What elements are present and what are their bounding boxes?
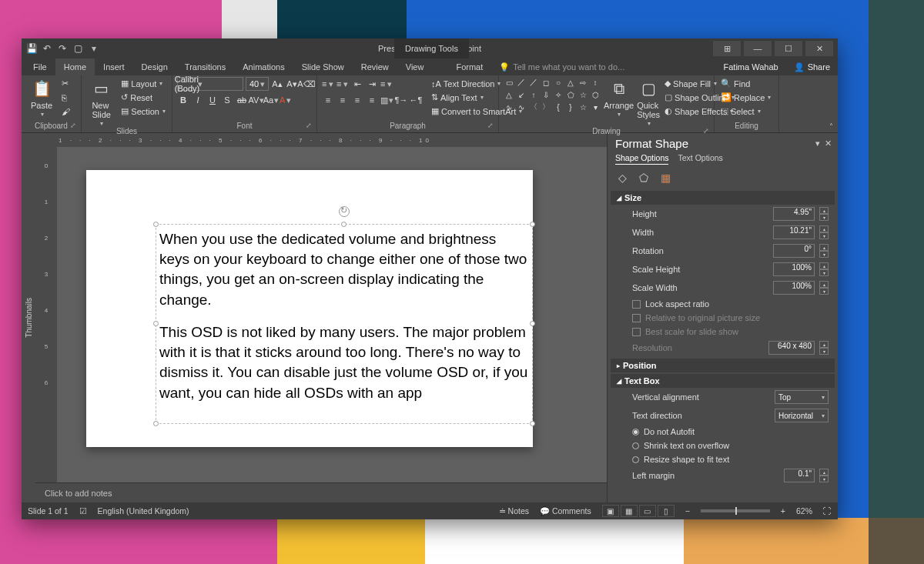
- quick-styles-button[interactable]: ▢ Quick Styles▾: [637, 77, 660, 127]
- tab-review[interactable]: Review: [353, 58, 397, 75]
- indent-button[interactable]: ⇥: [366, 78, 378, 90]
- autofit-shrink-radio[interactable]: [632, 442, 639, 449]
- height-input[interactable]: 4.95": [773, 207, 815, 221]
- text-direction-combo[interactable]: Horizontal▾: [775, 409, 829, 422]
- spin-up[interactable]: ▴: [819, 207, 829, 214]
- width-input[interactable]: 10.21": [773, 225, 815, 239]
- resize-handle[interactable]: [153, 421, 159, 426]
- drawing-launcher-icon[interactable]: ⤢: [703, 127, 709, 135]
- font-color-button[interactable]: A▾: [280, 94, 292, 106]
- paste-button[interactable]: 📋 Paste▾: [26, 77, 57, 118]
- align-left-button[interactable]: ≡: [322, 94, 334, 106]
- shadow-button[interactable]: S: [221, 94, 233, 106]
- resize-handle[interactable]: [153, 222, 159, 227]
- strike-button[interactable]: ab: [236, 94, 248, 106]
- slide[interactable]: When you use the dedicated volume and br…: [86, 170, 533, 447]
- size-properties-icon[interactable]: ▦: [658, 171, 672, 185]
- resize-handle[interactable]: [530, 321, 535, 326]
- textbox-section[interactable]: ◢Text Box: [611, 374, 835, 388]
- resize-handle[interactable]: [530, 421, 535, 426]
- position-section[interactable]: ▸Position: [611, 359, 835, 372]
- justify-button[interactable]: ≡: [366, 94, 378, 106]
- lock-aspect-checkbox[interactable]: [632, 300, 641, 309]
- font-launcher-icon[interactable]: ⤢: [306, 122, 312, 129]
- case-button[interactable]: Aa▾: [265, 94, 277, 106]
- text-options-tab[interactable]: Text Options: [678, 153, 722, 165]
- thumbnails-rail[interactable]: Thumbnails: [22, 133, 35, 502]
- zoom-slider[interactable]: [701, 509, 770, 512]
- zoom-value[interactable]: 62%: [796, 506, 812, 516]
- resize-handle[interactable]: [341, 222, 346, 227]
- fit-window-icon[interactable]: ⛶: [823, 506, 832, 516]
- font-size-combo[interactable]: 40▾: [246, 77, 269, 91]
- find-button[interactable]: 🔍Find: [719, 77, 772, 90]
- valign-combo[interactable]: Top▾: [775, 390, 829, 404]
- fill-line-icon[interactable]: ◇: [615, 171, 629, 185]
- ltr-button[interactable]: ¶→: [395, 94, 407, 106]
- align-right-button[interactable]: ≡: [351, 94, 363, 106]
- layout-button[interactable]: ▦Layout▾: [119, 77, 167, 90]
- tab-design[interactable]: Design: [133, 58, 176, 75]
- section-button[interactable]: ▤Section▾: [119, 105, 167, 118]
- font-name-combo[interactable]: Calibri (Body)▾: [177, 77, 243, 91]
- cut-button[interactable]: ✂: [60, 77, 72, 90]
- effects-icon[interactable]: ⬠: [637, 171, 651, 185]
- zoom-out-icon[interactable]: −: [685, 506, 690, 516]
- save-icon[interactable]: 💾: [26, 43, 37, 54]
- maximize-icon[interactable]: ☐: [775, 41, 802, 56]
- line-spacing-button[interactable]: ≡▾: [380, 78, 393, 90]
- spellcheck-icon[interactable]: ☑: [79, 506, 87, 516]
- qat-dropdown-icon[interactable]: ▾: [89, 43, 99, 54]
- slide-canvas[interactable]: When you use the dedicated volume and br…: [57, 147, 607, 482]
- collapse-ribbon-icon[interactable]: ˄: [829, 122, 833, 131]
- share-button[interactable]: 👤 Share: [786, 58, 838, 75]
- user-name[interactable]: Fatima Wahab: [716, 58, 786, 75]
- comments-toggle[interactable]: 💬 Comments: [540, 506, 591, 516]
- paragraph-launcher-icon[interactable]: ⤢: [487, 122, 494, 129]
- shape-options-tab[interactable]: Shape Options: [615, 153, 668, 165]
- shrink-font-icon[interactable]: A▾: [286, 78, 298, 90]
- redo-icon[interactable]: ↷: [57, 43, 68, 54]
- sorter-view-icon[interactable]: ▦: [621, 505, 638, 517]
- arrange-button[interactable]: ⧉ Arrange▾: [604, 77, 634, 118]
- slide-count[interactable]: Slide 1 of 1: [28, 506, 69, 516]
- underline-button[interactable]: U: [206, 94, 219, 106]
- tab-file[interactable]: File: [25, 58, 55, 75]
- reset-button[interactable]: ↺Reset: [119, 91, 167, 104]
- numbering-button[interactable]: ≡▾: [336, 78, 349, 90]
- scale-width-input[interactable]: 100%: [773, 281, 815, 295]
- ribbon-display-icon[interactable]: ⊞: [713, 41, 741, 56]
- bold-button[interactable]: B: [177, 94, 189, 106]
- shapes-gallery[interactable]: ▭／／◻○△⇨↕ △↙↑⇩✧⬠☆⬡ ∿∿〈〉{}☆▾: [504, 77, 601, 112]
- replace-button[interactable]: 🔁Replace▾: [719, 91, 772, 104]
- pane-close-icon[interactable]: ✕: [825, 138, 832, 148]
- undo-icon[interactable]: ↶: [42, 43, 52, 54]
- close-icon[interactable]: ✕: [805, 41, 833, 56]
- new-slide-button[interactable]: ▭ New Slide▾: [86, 77, 116, 127]
- bullets-button[interactable]: ≡▾: [322, 78, 334, 90]
- rotate-handle-icon[interactable]: [339, 206, 350, 217]
- text-box[interactable]: When you use the dedicated volume and br…: [156, 224, 533, 424]
- spin-down[interactable]: ▾: [819, 214, 829, 221]
- outdent-button[interactable]: ⇤: [351, 78, 363, 90]
- tab-animations[interactable]: Animations: [234, 58, 293, 75]
- select-button[interactable]: ⬚Select▾: [719, 105, 772, 118]
- format-painter-button[interactable]: 🖌: [60, 105, 72, 118]
- tab-slideshow[interactable]: Slide Show: [293, 58, 353, 75]
- reading-view-icon[interactable]: ▭: [639, 505, 656, 517]
- resize-handle[interactable]: [530, 222, 535, 227]
- notes-toggle[interactable]: ≐ Notes: [499, 506, 529, 516]
- autofit-resize-radio[interactable]: [632, 456, 639, 463]
- size-section[interactable]: ◢Size: [611, 191, 835, 205]
- grow-font-icon[interactable]: A▴: [271, 78, 283, 90]
- tell-me-search[interactable]: 💡 Tell me what you want to do...: [491, 58, 715, 75]
- zoom-in-icon[interactable]: +: [781, 506, 785, 516]
- align-center-button[interactable]: ≡: [336, 94, 349, 106]
- rotation-input[interactable]: 0°: [773, 244, 815, 258]
- italic-button[interactable]: I: [192, 94, 204, 106]
- clear-format-icon[interactable]: A⌫: [300, 78, 313, 90]
- tab-insert[interactable]: Insert: [95, 58, 133, 75]
- slideshow-view-icon[interactable]: ▯: [658, 505, 675, 517]
- minimize-icon[interactable]: —: [744, 41, 772, 56]
- start-show-icon[interactable]: ▢: [72, 43, 83, 54]
